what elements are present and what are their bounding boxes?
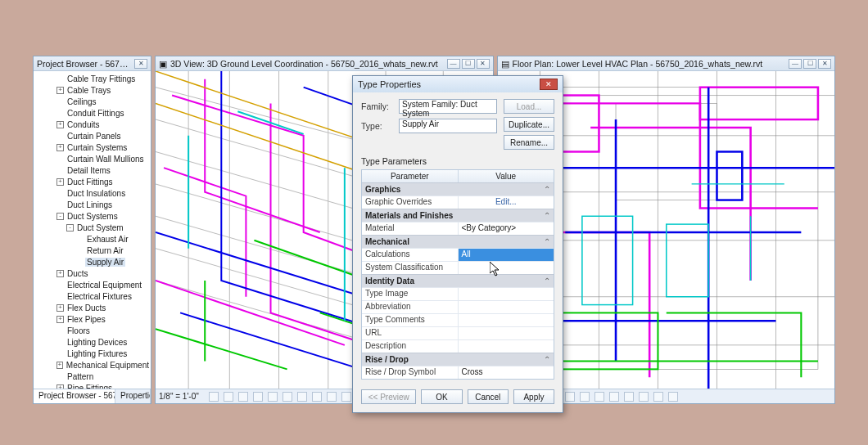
collapse-icon[interactable]: - [57, 213, 64, 220]
type-select[interactable]: Supply Air [399, 119, 497, 133]
sb-icon[interactable] [253, 392, 263, 402]
expand-icon[interactable]: + [57, 87, 64, 94]
param-group-header[interactable]: Materials and Finishes⌃ [362, 209, 554, 222]
tree-item[interactable]: Electrical Fixtures [34, 290, 151, 302]
tree-item[interactable]: Duct Insulations [34, 187, 151, 199]
project-browser-titlebar[interactable]: Project Browser - 56750_2016_whats_... ✕ [34, 56, 151, 71]
tree-item[interactable]: Floors [34, 325, 151, 336]
sb-icon[interactable] [639, 392, 649, 402]
tree-item[interactable]: -Duct Systems [34, 210, 151, 222]
param-row[interactable]: Type Image [362, 287, 554, 300]
dialog-close-button[interactable]: ✕ [540, 79, 558, 90]
sb-icon[interactable] [565, 392, 575, 402]
param-value[interactable] [459, 340, 554, 353]
expand-icon[interactable]: + [57, 270, 64, 277]
sb-icon[interactable] [341, 392, 351, 402]
tree-item[interactable]: +Flex Ducts [34, 302, 151, 313]
tree-item[interactable]: +Cable Trays [34, 84, 151, 96]
sb-icon[interactable] [238, 392, 248, 402]
param-group-header[interactable]: Mechanical⌃ [362, 235, 554, 248]
sb-icon[interactable] [594, 392, 604, 402]
sb-icon[interactable] [297, 392, 307, 402]
expand-icon[interactable]: + [57, 144, 64, 151]
param-row[interactable]: Material<By Category> [362, 222, 554, 235]
view-3d-titlebar[interactable]: ▣ 3D View: 3D Ground Level Coordination … [156, 56, 493, 71]
sb-icon[interactable] [653, 392, 663, 402]
param-row[interactable]: System Classification [362, 261, 554, 274]
tree-item[interactable]: Lighting Fixtures [34, 348, 151, 359]
tree-item[interactable]: Return Air [34, 245, 151, 256]
family-select[interactable]: System Family: Duct System [399, 99, 497, 114]
tree-item[interactable]: +Mechanical Equipment [34, 359, 151, 371]
tree-item[interactable]: Cable Tray Fittings [34, 73, 151, 84]
param-group-header[interactable]: Rise / Drop⌃ [362, 353, 554, 366]
expand-icon[interactable]: + [57, 121, 64, 128]
expand-icon[interactable]: + [57, 316, 64, 323]
close-icon[interactable]: ✕ [818, 59, 831, 69]
param-value[interactable] [459, 314, 554, 326]
minimize-icon[interactable]: — [447, 59, 460, 69]
load-button[interactable]: Load... [504, 99, 554, 114]
dialog-titlebar[interactable]: Type Properties ✕ [353, 76, 563, 92]
expand-icon[interactable]: + [57, 304, 64, 312]
tree-item[interactable]: Conduit Fittings [34, 107, 151, 119]
sb-icon[interactable] [624, 392, 634, 402]
cancel-button[interactable]: Cancel [468, 389, 509, 404]
minimize-icon[interactable]: — [789, 59, 802, 69]
param-row[interactable]: Abbreviation [362, 300, 554, 313]
maximize-icon[interactable]: ☐ [803, 59, 816, 69]
param-value[interactable] [459, 327, 554, 339]
param-value[interactable]: Edit... [459, 196, 554, 209]
tree-item[interactable]: Supply Air [34, 256, 151, 267]
expand-icon[interactable]: + [57, 362, 63, 369]
tree-item[interactable]: +Pipe Fittings [34, 382, 151, 389]
param-value[interactable] [459, 301, 554, 313]
project-tree[interactable]: Cable Tray Fittings+Cable TraysCeilingsC… [34, 71, 151, 389]
view-floorplan-titlebar[interactable]: ▤ Floor Plan: Lower Level HVAC Plan - 56… [498, 56, 835, 71]
sb-icon[interactable] [209, 392, 219, 402]
param-value[interactable]: AllAllFlow onlyNonePerformance [459, 249, 554, 261]
param-row[interactable]: Graphic OverridesEdit... [362, 196, 554, 209]
sb-icon[interactable] [283, 392, 292, 402]
rename-button[interactable]: Rename... [504, 135, 554, 150]
param-value[interactable] [459, 288, 554, 300]
tree-item[interactable]: Duct Linings [34, 199, 151, 210]
tree-item[interactable]: Curtain Panels [34, 130, 151, 142]
preview-button[interactable]: << Preview [361, 389, 417, 404]
tree-item[interactable]: Ceilings [34, 96, 151, 107]
sb-icon[interactable] [580, 392, 590, 402]
tree-item[interactable]: Lighting Devices [34, 336, 151, 348]
tree-item[interactable]: +Flex Pipes [34, 313, 151, 325]
tree-item[interactable]: +Duct Fittings [34, 176, 151, 187]
sb-icon[interactable] [224, 392, 233, 402]
sb-icon[interactable] [268, 392, 278, 402]
param-row[interactable]: Rise / Drop SymbolCross [362, 366, 554, 379]
param-row[interactable]: Type Comments [362, 313, 554, 326]
tree-item[interactable]: Exhaust Air [34, 233, 151, 245]
param-value[interactable] [459, 262, 554, 274]
param-row[interactable]: CalculationsAllAllFlow onlyNonePerforman… [362, 248, 554, 261]
tab-project-browser[interactable]: Project Browser - 56750_20... [34, 389, 115, 403]
tree-item[interactable]: -Duct System [34, 222, 151, 233]
tree-item[interactable]: Detail Items [34, 164, 151, 176]
tree-item[interactable]: Electrical Equipment [34, 279, 151, 290]
maximize-icon[interactable]: ☐ [462, 59, 475, 69]
tab-properties[interactable]: Properties [115, 389, 151, 403]
param-row[interactable]: URL [362, 326, 554, 339]
close-icon[interactable]: ✕ [477, 59, 490, 69]
param-value[interactable]: <By Category> [459, 222, 554, 235]
tree-item[interactable]: +Curtain Systems [34, 142, 151, 153]
sb-icon[interactable] [668, 392, 678, 402]
param-group-header[interactable]: Identity Data⌃ [362, 274, 554, 287]
collapse-icon[interactable]: - [66, 224, 74, 231]
duplicate-button[interactable]: Duplicate... [504, 117, 554, 132]
tree-item[interactable]: Pattern [34, 371, 151, 382]
tree-item[interactable]: Curtain Wall Mullions [34, 153, 151, 164]
sb-icon[interactable] [327, 392, 337, 402]
tree-item[interactable]: +Conduits [34, 119, 151, 130]
expand-icon[interactable]: + [57, 178, 64, 186]
param-row[interactable]: Description [362, 339, 554, 353]
param-value[interactable]: Cross [459, 366, 554, 379]
tree-item[interactable]: +Ducts [34, 267, 151, 279]
scale-label[interactable]: 1/8" = 1'-0" [159, 392, 199, 401]
